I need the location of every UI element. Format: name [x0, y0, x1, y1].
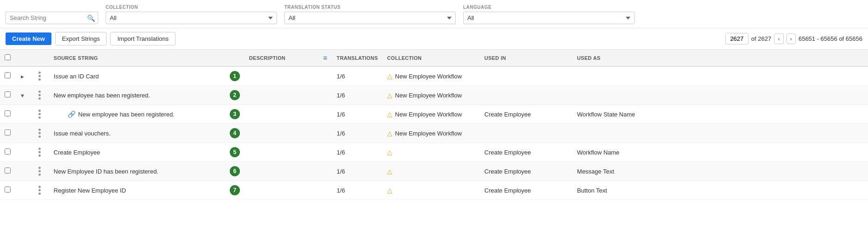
table-row: ▼•••New employee has been registered.21/…: [0, 86, 868, 105]
translation-status-label: TRANSLATION STATUS: [284, 5, 456, 10]
next-page-button[interactable]: ›: [786, 33, 796, 44]
col-header-menu: [30, 50, 49, 66]
used-as-text: Workflow State Name: [577, 111, 635, 118]
collection-text: New Employee Workflow: [395, 130, 462, 137]
row-checkbox[interactable]: [5, 187, 11, 193]
warning-icon: △: [387, 110, 392, 118]
row-checkbox[interactable]: [5, 72, 11, 78]
search-wrapper: 🔍: [6, 12, 98, 24]
collection-label: COLLECTION: [106, 5, 277, 10]
collection-text: New Employee Workflow: [395, 111, 462, 118]
page-range-label: 65651 - 65656 of 65656: [799, 35, 862, 42]
col-header-used-in: USED IN: [480, 50, 572, 66]
search-group: 🔍: [6, 12, 98, 24]
language-filter-group: LANGUAGE All: [463, 5, 635, 24]
strings-table: SOURCE STRING DESCRIPTION ≡ TRANSLATIONS…: [0, 50, 868, 200]
row-menu-button[interactable]: •••: [34, 147, 44, 157]
warning-icon: △: [387, 129, 392, 137]
translation-count: 1/6: [337, 187, 345, 194]
row-badge: 5: [230, 147, 240, 157]
source-string-text[interactable]: 🔗New employee has been registered.: [54, 111, 175, 118]
table-row: •••Issue meal vouchers.41/6△New Employee…: [0, 124, 868, 143]
col-header-badge: [225, 50, 245, 66]
export-strings-button[interactable]: Export Strings: [55, 32, 107, 45]
table-row: ►•••Issue an ID Card11/6△New Employee Wo…: [0, 66, 868, 86]
translation-status-select[interactable]: All: [284, 12, 456, 24]
row-menu-button[interactable]: •••: [34, 185, 44, 195]
row-checkbox[interactable]: [5, 110, 11, 116]
source-string-text[interactable]: New Employee ID has been registered.: [54, 168, 158, 175]
warning-icon: △: [387, 91, 392, 99]
expand-arrow-icon[interactable]: ►: [20, 74, 25, 79]
select-all-checkbox[interactable]: [5, 54, 11, 60]
language-select[interactable]: All: [463, 12, 635, 24]
warning-icon-empty: △: [387, 168, 392, 175]
used-as-text: Button Text: [577, 187, 607, 194]
row-menu-button[interactable]: •••: [34, 166, 44, 176]
col-header-collection: COLLECTION: [383, 50, 480, 66]
translation-status-filter-group: TRANSLATION STATUS All: [284, 5, 456, 24]
col-header-source-string: SOURCE STRING: [49, 50, 225, 66]
warning-icon-empty: △: [387, 148, 392, 156]
import-translations-button[interactable]: Import Translations: [110, 32, 176, 45]
translation-count: 1/6: [337, 111, 345, 118]
source-string-text[interactable]: Issue meal vouchers.: [54, 130, 111, 137]
translation-count: 1/6: [337, 168, 345, 175]
row-checkbox[interactable]: [5, 129, 11, 135]
col-header-check: [0, 50, 15, 66]
used-as-text: Message Text: [577, 168, 614, 175]
row-menu-button[interactable]: •••: [34, 128, 44, 138]
row-checkbox[interactable]: [5, 168, 11, 174]
row-menu-button[interactable]: •••: [34, 71, 44, 81]
used-in-text: Create Employee: [484, 168, 531, 175]
used-in-text: Create Employee: [484, 149, 531, 156]
row-badge: 4: [230, 128, 240, 138]
source-string-text[interactable]: Create Employee: [54, 149, 100, 156]
translation-count: 1/6: [337, 130, 345, 137]
row-checkbox[interactable]: [5, 91, 11, 97]
table-row: •••Create Employee51/6△Create EmployeeWo…: [0, 143, 868, 162]
row-checkbox[interactable]: [5, 148, 11, 155]
create-new-button[interactable]: Create New: [6, 32, 51, 45]
translation-count: 1/6: [337, 73, 345, 80]
collection-text: New Employee Workflow: [395, 73, 462, 80]
table-row: •••🔗New employee has been registered.31/…: [0, 105, 868, 124]
search-input[interactable]: [6, 12, 84, 24]
row-badge: 3: [230, 109, 240, 119]
source-string-text[interactable]: New employee has been registered.: [54, 92, 150, 99]
language-label: LANGUAGE: [463, 5, 635, 10]
link-icon: 🔗: [68, 110, 75, 118]
page-input[interactable]: [725, 33, 748, 45]
translation-count: 1/6: [337, 149, 345, 156]
filter-icon: ≡: [323, 54, 327, 62]
used-as-text: Workflow Name: [577, 149, 620, 156]
row-menu-button[interactable]: •••: [34, 109, 44, 119]
search-button[interactable]: 🔍: [84, 13, 98, 24]
collection-select[interactable]: All: [106, 12, 277, 24]
source-string-text[interactable]: Issue an ID Card: [54, 73, 99, 80]
warning-icon-empty: △: [387, 187, 392, 194]
collapse-arrow-icon[interactable]: ▼: [20, 93, 25, 98]
row-menu-button[interactable]: •••: [34, 90, 44, 100]
table-row: •••Register New Employee ID71/6△Create E…: [0, 181, 868, 200]
source-string-text[interactable]: Register New Employee ID: [54, 187, 126, 194]
table-body: ►•••Issue an ID Card11/6△New Employee Wo…: [0, 66, 868, 200]
row-badge: 6: [230, 166, 240, 176]
row-badge: 7: [230, 185, 240, 195]
translation-count: 1/6: [337, 92, 345, 99]
col-header-translations: TRANSLATIONS: [332, 50, 383, 66]
collection-text: New Employee Workflow: [395, 92, 462, 99]
table-row: •••New Employee ID has been registered.6…: [0, 162, 868, 181]
prev-page-button[interactable]: ‹: [774, 33, 783, 44]
filter-bar: 🔍 COLLECTION All TRANSLATION STATUS All …: [0, 0, 868, 28]
collection-filter-group: COLLECTION All: [106, 5, 277, 24]
warning-icon: △: [387, 72, 392, 80]
col-header-filter-icon[interactable]: ≡: [319, 50, 332, 66]
page-of-label: of 2627: [751, 35, 771, 42]
table-wrap: SOURCE STRING DESCRIPTION ≡ TRANSLATIONS…: [0, 50, 868, 200]
row-badge: 1: [230, 71, 240, 81]
row-badge: 2: [230, 90, 240, 100]
used-in-text: Create Employee: [484, 111, 531, 118]
table-header-row: SOURCE STRING DESCRIPTION ≡ TRANSLATIONS…: [0, 50, 868, 66]
pagination-group: of 2627 ‹ › 65651 - 65656 of 65656: [725, 33, 862, 45]
